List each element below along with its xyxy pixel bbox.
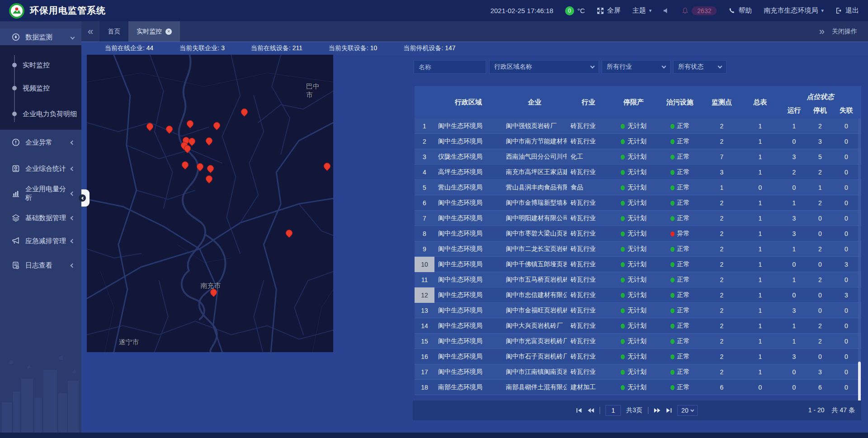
status-dot-icon [670, 216, 675, 221]
table-row[interactable]: 9 阆中生态环境局 阆中市二龙长宝页岩砖 砖瓦行业 无计划 正常 2 1 1 [415, 241, 861, 257]
cell-facility: 正常 [657, 383, 703, 391]
tab-realtime-monitor[interactable]: 实时监控 × [128, 21, 180, 42]
status-dot-icon [621, 139, 625, 144]
cell-facility: 正常 [657, 276, 703, 284]
table-row[interactable]: 17 阆中生态环境局 阆中市江南镇阆南页岩 砖瓦行业 无计划 正常 2 1 0 [415, 364, 861, 380]
map-panel[interactable]: 巴中市 南充市 遂宁市 [87, 55, 333, 352]
temperature: 0 °C [565, 6, 585, 15]
cell-region: 阆中生态环境局 [434, 276, 502, 284]
theme-menu[interactable]: 主题 ▾ [632, 6, 652, 15]
table-row[interactable]: 6 阆中生态环境局 阆中市金博瑞新型墙材 砖瓦行业 无计划 正常 2 1 1 [415, 195, 861, 211]
cell-points: 2 [703, 292, 741, 299]
sidebar-item-power-analysis[interactable]: 企业用电量分析 [0, 184, 81, 203]
status-dot-icon [670, 139, 675, 144]
cell-stop: 2 [809, 338, 831, 345]
sidebar-item-enterprise-statistics[interactable]: 企业综合统计 [0, 160, 81, 178]
table-row[interactable]: 11 阆中生态环境局 阆中市五马桥页岩机砖 砖瓦行业 无计划 正常 2 1 1 [415, 272, 861, 287]
cell-meters: 1 [741, 322, 779, 330]
cell-limit: 无计划 [610, 306, 657, 315]
cell-region: 高坪生态环境局 [434, 168, 502, 176]
table-row[interactable]: 18 南部生态环境局 南部县砌伴土混有限公 建材加工 无计划 正常 6 0 0 [415, 380, 861, 395]
cell-region: 阆中生态环境局 [434, 199, 502, 207]
cell-industry: 砖瓦行业 [567, 368, 610, 376]
last-page-button[interactable] [666, 408, 672, 413]
table-row[interactable]: 16 阆中生态环境局 阆中市石子页岩机砖厂 砖瓦行业 无计划 正常 2 1 3 [415, 349, 861, 364]
table-row[interactable]: 13 阆中生态环境局 阆中市金福旺页岩机砖 砖瓦行业 无计划 正常 2 1 3 [415, 303, 861, 318]
cell-lost: 0 [831, 307, 861, 314]
sidebar-item-realtime-monitor[interactable]: 实时监控 [0, 58, 81, 72]
industry-filter-select[interactable]: 所有行业 [602, 60, 670, 74]
sidebar-collapse-button[interactable] [81, 189, 90, 207]
cell-industry: 砖瓦行业 [567, 214, 610, 222]
cell-industry: 砖瓦行业 [567, 230, 610, 238]
chevron-down-icon [590, 64, 595, 68]
fullscreen-button[interactable]: 全屏 [597, 6, 621, 15]
name-filter-input[interactable] [414, 60, 486, 74]
sidebar-item-log-view[interactable]: 日志查看 [0, 256, 81, 274]
table-row[interactable]: 8 阆中生态环境局 阆中市枣碧大梁山页岩 砖瓦行业 无计划 异常 2 1 3 [415, 226, 861, 241]
cell-meters: 0 [741, 384, 779, 391]
status-dot-icon [621, 293, 625, 298]
cell-points: 2 [703, 245, 741, 253]
sidebar-item-base-data[interactable]: 基础数据管理 [0, 209, 81, 227]
cell-region: 阆中生态环境局 [434, 230, 502, 238]
next-page-button[interactable] [654, 408, 660, 413]
table-row[interactable]: 5 营山生态环境局 营山县润丰肉食品有限 食品 无计划 正常 1 0 0 [415, 180, 861, 195]
table-row[interactable]: 2 阆中生态环境局 阆中市南方节能建材有 砖瓦行业 无计划 正常 2 1 0 [415, 134, 861, 149]
sidebar-item-emergency-reduction[interactable]: 应急减排管理 [0, 232, 81, 250]
close-operations-menu[interactable]: » 关闭操作 [819, 21, 868, 42]
close-tab-icon[interactable]: × [165, 28, 172, 35]
page-title: 环保用电监管系统 [30, 5, 106, 17]
first-page-button[interactable] [576, 408, 582, 413]
table-row[interactable]: 14 阆中生态环境局 阆中大兴页岩机砖厂 砖瓦行业 无计划 正常 2 1 1 [415, 318, 861, 334]
sidebar-item-enterprise-abnormal[interactable]: 企业异常 [0, 133, 81, 151]
table-row[interactable]: 12 阆中生态环境局 阆中市忠信建材有限公 砖瓦行业 无计划 正常 2 1 0 [415, 287, 861, 303]
cell-meters: 1 [741, 169, 779, 176]
table-row[interactable]: 15 阆中生态环境局 阆中市光富页岩机砖厂 砖瓦行业 无计划 正常 2 1 1 [415, 334, 861, 349]
table-row[interactable]: 3 仪陇生态环境局 西南油气田分公司川中 化工 无计划 正常 7 1 3 [415, 149, 861, 165]
stats-bar: 当前在线企业: 44 当前失联企业: 3 当前在线设备: 211 当前失联设备:… [81, 42, 868, 55]
cell-points: 7 [703, 153, 741, 160]
cell-industry: 建材加工 [567, 383, 610, 391]
cell-rowno: 7 [415, 211, 434, 226]
tab-spacer [180, 21, 819, 42]
sidebar: 数据监测 实时监控 视频监控 企业电力负荷明细 企业异常 [0, 21, 81, 438]
cell-limit: 无计划 [610, 168, 657, 176]
sidebar-item-power-load-detail[interactable]: 企业电力负荷明细 [0, 107, 81, 121]
table-row[interactable]: 7 阆中生态环境局 阆中明阳建材有限公司 砖瓦行业 无计划 正常 2 1 3 [415, 211, 861, 226]
city-label-bazhong: 巴中市 [306, 82, 324, 99]
cell-region: 阆中生态环境局 [434, 322, 502, 330]
status-filter-select[interactable]: 所有状态 [673, 60, 726, 74]
tabs-scroll-left-button[interactable]: « [81, 21, 99, 42]
previous-page-button[interactable] [587, 408, 594, 413]
cell-facility: 正常 [657, 184, 703, 192]
cell-industry: 食品 [567, 184, 610, 192]
cell-facility: 正常 [657, 168, 703, 176]
status-dot-icon [621, 216, 625, 221]
page-size-select[interactable]: 20 [677, 405, 698, 416]
col-lost: 失联 [831, 102, 861, 118]
tab-home[interactable]: 首页 [99, 21, 128, 42]
status-dot-icon [670, 170, 675, 175]
cell-region: 阆中生态环境局 [434, 368, 502, 376]
cell-rowno: 11 [415, 272, 434, 287]
table-row[interactable]: 1 阆中生态环境局 阆中强锐页岩砖厂 砖瓦行业 无计划 正常 2 1 1 [415, 118, 861, 134]
cell-facility: 正常 [657, 245, 703, 253]
cell-meters: 1 [741, 230, 779, 237]
org-menu[interactable]: 南充市生态环境局 ▾ [764, 6, 824, 15]
sidebar-item-video-monitor[interactable]: 视频监控 [0, 81, 81, 95]
cell-rowno: 16 [415, 349, 434, 364]
cell-region: 阆中生态环境局 [434, 337, 502, 345]
table-row[interactable]: 10 阆中生态环境局 阆中千佛镇五郎垭页岩 砖瓦行业 无计划 正常 2 1 0 [415, 257, 861, 272]
cell-limit: 无计划 [610, 260, 657, 268]
alarm-button[interactable]: 2632 [682, 6, 717, 15]
page-number-input[interactable]: 1 [605, 405, 621, 416]
sidebar-item-data-monitoring[interactable]: 数据监测 [0, 28, 81, 46]
region-filter-select[interactable]: 行政区域名称 [489, 60, 599, 74]
mute-button[interactable] [663, 7, 670, 14]
tabs-scroll-right-button[interactable]: » [819, 26, 825, 38]
table-row[interactable]: 4 高坪生态环境局 南充市高坪区王家店建 砖瓦行业 无计划 正常 3 1 2 [415, 165, 861, 180]
cell-stop: 2 [809, 169, 831, 176]
help-button[interactable]: 帮助 [728, 6, 752, 15]
logout-button[interactable]: 退出 [835, 6, 859, 15]
